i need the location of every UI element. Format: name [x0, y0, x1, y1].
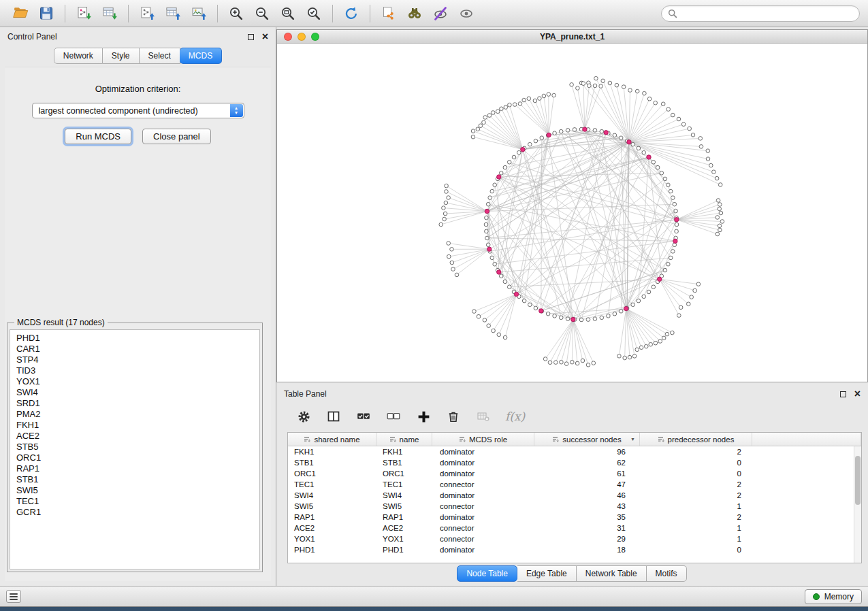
- graph-node[interactable]: [712, 170, 716, 174]
- graph-node[interactable]: [546, 312, 550, 316]
- mcds-result-item[interactable]: STB1: [16, 474, 259, 485]
- graph-node[interactable]: [486, 243, 490, 247]
- graph-node[interactable]: [673, 202, 677, 206]
- graph-node[interactable]: [447, 196, 451, 200]
- graph-node[interactable]: [623, 356, 627, 360]
- graph-node[interactable]: [649, 342, 653, 346]
- graph-node[interactable]: [720, 220, 724, 224]
- graph-node[interactable]: [675, 229, 679, 233]
- graph-node[interactable]: [619, 310, 623, 314]
- graph-node[interactable]: [443, 212, 447, 216]
- graph-node[interactable]: [451, 267, 455, 271]
- show-columns-button[interactable]: [325, 408, 342, 425]
- graph-node[interactable]: [604, 131, 608, 135]
- graph-node[interactable]: [512, 155, 516, 159]
- graph-node[interactable]: [631, 303, 635, 307]
- graph-node[interactable]: [658, 277, 662, 281]
- select-all-rows-button[interactable]: [355, 408, 372, 425]
- graph-node[interactable]: [594, 76, 598, 80]
- import-disabled-button[interactable]: [475, 408, 492, 425]
- graph-node[interactable]: [571, 317, 575, 321]
- graph-node[interactable]: [613, 312, 617, 316]
- table-row[interactable]: RAP1RAP1dominator352: [288, 512, 861, 523]
- graph-node[interactable]: [671, 331, 675, 335]
- graph-node[interactable]: [716, 216, 720, 220]
- graph-node[interactable]: [553, 131, 557, 135]
- mcds-result-item[interactable]: ACE2: [16, 431, 259, 442]
- graph-node[interactable]: [647, 97, 652, 101]
- graph-node[interactable]: [613, 133, 617, 137]
- graph-node[interactable]: [679, 306, 683, 310]
- graph-node[interactable]: [490, 189, 494, 193]
- graph-node[interactable]: [645, 344, 649, 348]
- graph-node[interactable]: [442, 206, 446, 210]
- graph-node[interactable]: [671, 113, 675, 117]
- export-network-button[interactable]: [135, 3, 159, 24]
- graph-node[interactable]: [622, 85, 626, 89]
- graph-node[interactable]: [488, 196, 492, 200]
- zoom-selected-button[interactable]: [302, 3, 326, 24]
- graph-node[interactable]: [522, 98, 526, 102]
- graph-node[interactable]: [566, 317, 570, 321]
- graph-node[interactable]: [699, 145, 703, 149]
- tab-motifs[interactable]: Motifs: [647, 565, 687, 582]
- graph-node[interactable]: [671, 196, 675, 200]
- graph-node[interactable]: [547, 133, 551, 137]
- mcds-result-item[interactable]: PMA2: [16, 409, 259, 420]
- import-network-button[interactable]: [71, 3, 96, 24]
- graph-node[interactable]: [600, 129, 604, 133]
- tab-network[interactable]: Network: [54, 48, 103, 64]
- graph-node[interactable]: [485, 229, 489, 233]
- mcds-result-list[interactable]: PHD1CAR1STP4TID3YOX1SWI4SRD1PMA2FKH1ACE2…: [10, 329, 260, 569]
- graph-node[interactable]: [600, 316, 604, 320]
- close-window-icon[interactable]: [284, 33, 292, 41]
- network-graph[interactable]: [277, 44, 867, 382]
- graph-node[interactable]: [662, 336, 666, 340]
- graph-node[interactable]: [698, 137, 703, 141]
- graph-node[interactable]: [522, 299, 526, 303]
- graph-node[interactable]: [564, 362, 568, 366]
- graph-node[interactable]: [447, 254, 451, 259]
- graph-node[interactable]: [559, 129, 563, 133]
- graph-node[interactable]: [487, 114, 492, 118]
- close-table-panel-icon[interactable]: ×: [854, 391, 861, 397]
- search-input[interactable]: [681, 9, 853, 18]
- graph-node[interactable]: [652, 161, 656, 165]
- graph-node[interactable]: [639, 346, 643, 350]
- import-table-button[interactable]: [97, 3, 122, 24]
- graph-node[interactable]: [513, 103, 517, 107]
- search-box[interactable]: [661, 5, 860, 22]
- graph-node[interactable]: [635, 348, 639, 352]
- graph-node[interactable]: [560, 360, 564, 364]
- graph-node[interactable]: [669, 189, 673, 193]
- graph-node[interactable]: [450, 248, 454, 252]
- graph-node[interactable]: [477, 314, 481, 318]
- graph-node[interactable]: [607, 314, 611, 318]
- graph-node[interactable]: [447, 242, 451, 246]
- graph-node[interactable]: [483, 318, 487, 323]
- network-canvas[interactable]: [277, 44, 867, 382]
- table-row[interactable]: TEC1TEC1connector472: [288, 479, 861, 490]
- mcds-result-item[interactable]: RAP1: [16, 463, 259, 474]
- mcds-result-item[interactable]: STP4: [16, 354, 259, 365]
- graph-node[interactable]: [663, 268, 667, 272]
- delete-rows-button[interactable]: [445, 408, 462, 425]
- graph-node[interactable]: [443, 217, 447, 221]
- graph-node[interactable]: [631, 142, 635, 146]
- find-button[interactable]: [402, 3, 427, 24]
- graph-node[interactable]: [518, 102, 522, 106]
- graph-node[interactable]: [642, 150, 646, 154]
- mcds-result-item[interactable]: TID3: [16, 365, 259, 376]
- graph-node[interactable]: [716, 232, 720, 236]
- graph-node[interactable]: [654, 101, 658, 105]
- minimize-window-icon[interactable]: [298, 33, 306, 41]
- mcds-result-item[interactable]: CAR1: [16, 344, 259, 354]
- zoom-fit-button[interactable]: [276, 3, 300, 24]
- graph-node[interactable]: [619, 136, 623, 140]
- export-image-button[interactable]: [187, 3, 211, 24]
- graph-node[interactable]: [677, 117, 681, 121]
- graph-node[interactable]: [599, 84, 603, 88]
- graph-node[interactable]: [491, 111, 495, 115]
- mcds-result-item[interactable]: FKH1: [16, 420, 259, 431]
- graph-node[interactable]: [543, 357, 547, 361]
